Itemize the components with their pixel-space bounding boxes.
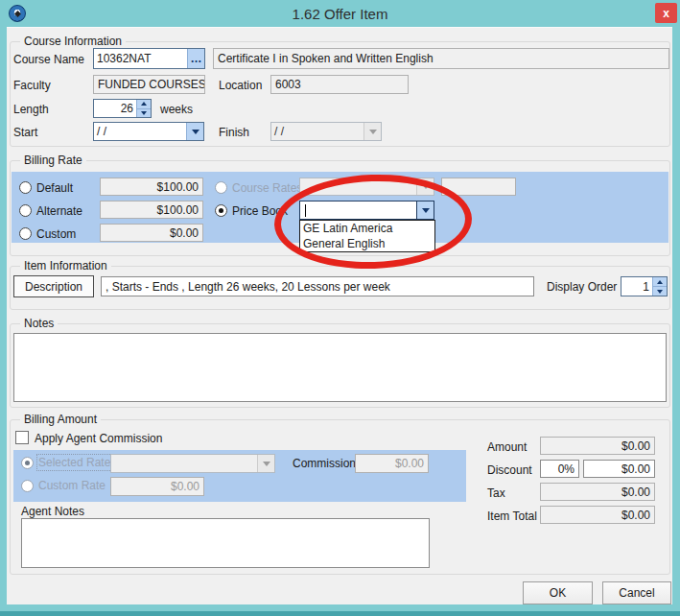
- custom-rate-commission-radio: [21, 480, 34, 492]
- group-notes-label: Notes: [20, 317, 58, 330]
- start-date-combo[interactable]: / /: [93, 122, 204, 141]
- course-browse-button[interactable]: …: [187, 49, 204, 68]
- length-spin-down-icon[interactable]: [137, 108, 151, 118]
- amount-field: $0.00: [540, 437, 655, 455]
- start-dropdown-icon[interactable]: [186, 123, 203, 140]
- default-rate-radio[interactable]: [19, 181, 32, 194]
- length-spin-up-icon[interactable]: [137, 100, 151, 108]
- agent-notes-label: Agent Notes: [21, 505, 84, 518]
- location-label: Location: [219, 79, 262, 92]
- discount-label: Discount: [487, 463, 532, 477]
- agent-notes-textarea[interactable]: [21, 518, 430, 568]
- course-name-value: 10362NAT: [94, 49, 187, 68]
- item-total-field: $0.00: [540, 506, 655, 524]
- group-course-information-label: Course Information: [20, 35, 126, 48]
- custom-rate-label: Custom: [36, 227, 76, 241]
- alternate-rate-radio[interactable]: [19, 204, 32, 217]
- alternate-rate-field: $100.00: [100, 201, 203, 219]
- finish-dropdown-icon: [363, 123, 381, 140]
- start-date-value: / /: [94, 123, 186, 140]
- apply-agent-commission-checkbox[interactable]: [15, 431, 29, 444]
- faculty-label: Faculty: [13, 79, 51, 92]
- custom-rate-field: $0.00: [100, 224, 203, 242]
- notes-textarea[interactable]: [13, 333, 667, 402]
- location-field: 6003: [270, 75, 409, 94]
- amount-label: Amount: [487, 440, 527, 454]
- item-total-label: Item Total: [487, 509, 537, 523]
- cancel-button[interactable]: Cancel: [602, 581, 671, 604]
- commission-label: Commission: [293, 457, 356, 470]
- faculty-field: FUNDED COURSES: [93, 75, 205, 94]
- finish-date-value: / /: [271, 123, 363, 140]
- start-label: Start: [13, 126, 37, 139]
- display-order-spin-up-icon[interactable]: [653, 277, 667, 286]
- price-book-radio[interactable]: [215, 204, 227, 217]
- close-icon: x: [663, 7, 669, 20]
- group-billing-rate-label: Billing Rate: [20, 154, 86, 167]
- description-field[interactable]: , Starts - Ends , Length 26 weeks, 20 Le…: [101, 276, 534, 296]
- description-button[interactable]: Description: [13, 275, 94, 297]
- group-billing-amount-label: Billing Amount: [20, 413, 101, 426]
- custom-rate-commission-field: $0.00: [110, 477, 204, 496]
- length-unit-label: weeks: [160, 103, 193, 116]
- finish-label: Finish: [219, 126, 249, 139]
- selected-rate-radio: [21, 457, 34, 469]
- alternate-rate-label: Alternate: [36, 204, 82, 218]
- custom-rate-radio[interactable]: [19, 227, 32, 240]
- course-description-field: Certificate I in Spoken and Written Engl…: [213, 48, 669, 69]
- course-name-label: Course Name: [13, 53, 84, 66]
- tax-label: Tax: [487, 486, 505, 500]
- course-rates-radio: [215, 181, 227, 194]
- discount-percent-field[interactable]: 0%: [540, 460, 579, 478]
- window-bottom-edge: [0, 611, 680, 616]
- tax-field: $0.00: [540, 483, 655, 501]
- display-order-value: 1: [621, 277, 652, 296]
- group-item-information-label: Item Information: [20, 259, 111, 272]
- selected-rate-dropdown-icon: [257, 455, 274, 472]
- display-order-label: Display Order: [547, 280, 617, 294]
- apply-agent-commission-label: Apply Agent Commission: [35, 432, 162, 445]
- selected-rate-combo: [110, 454, 275, 473]
- dialog-window: 1.62 Offer Item x Course Information Cou…: [0, 0, 680, 616]
- commission-field: $0.00: [355, 454, 429, 473]
- default-rate-label: Default: [36, 181, 73, 195]
- finish-date-combo: / /: [270, 122, 382, 141]
- default-rate-field: $100.00: [100, 178, 203, 196]
- length-label: Length: [13, 103, 49, 116]
- course-rates-label: Course Rates: [232, 181, 302, 195]
- selected-rate-label: Selected Rate: [38, 456, 110, 469]
- display-order-spinner[interactable]: 1: [621, 276, 668, 296]
- dialog-body: Course Information Course Name 10362NAT …: [7, 27, 672, 604]
- display-order-spin-down-icon[interactable]: [653, 286, 667, 296]
- discount-amount-field[interactable]: $0.00: [583, 460, 655, 478]
- length-value: 26: [94, 100, 136, 117]
- ellipsis-icon: …: [191, 56, 202, 61]
- dialog-title: 1.62 Offer Item: [0, 6, 680, 22]
- course-name-field[interactable]: 10362NAT …: [93, 48, 205, 69]
- ok-button[interactable]: OK: [523, 581, 593, 604]
- close-button[interactable]: x: [655, 3, 677, 23]
- length-spinner[interactable]: 26: [93, 99, 152, 118]
- custom-rate-commission-label: Custom Rate: [38, 479, 106, 492]
